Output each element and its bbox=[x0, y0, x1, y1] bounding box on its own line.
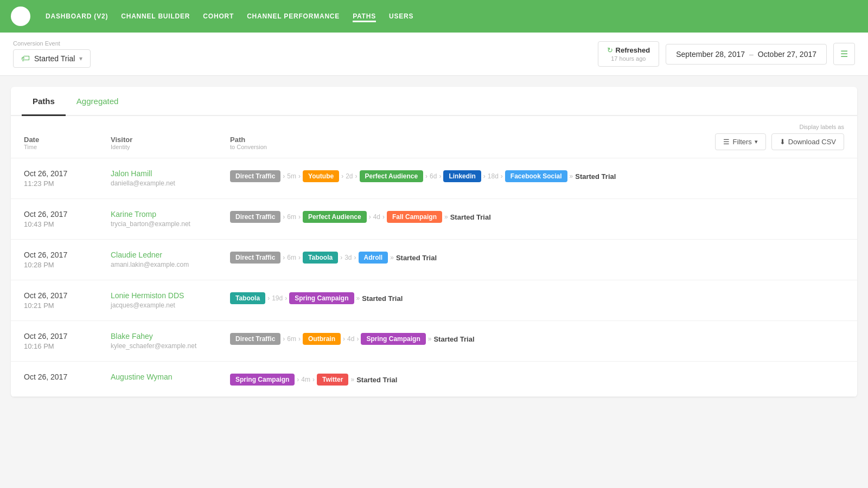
path-tag[interactable]: Taboola bbox=[303, 252, 338, 264]
path-tag[interactable]: Spring Campaign bbox=[289, 292, 354, 304]
date-main: Oct 26, 2017 bbox=[24, 251, 111, 259]
path-arrow: › bbox=[439, 172, 441, 180]
path-arrow: › bbox=[355, 172, 358, 180]
date-main: Oct 26, 2017 bbox=[24, 169, 111, 178]
nav-item-channel-builder[interactable]: CHANNEL BUILDER bbox=[121, 10, 190, 22]
path-time: 6m bbox=[287, 335, 296, 343]
visitor-name[interactable]: Lonie Hermiston DDS bbox=[111, 291, 230, 300]
path-label: Path bbox=[230, 136, 715, 144]
date-time: 10:28 PM bbox=[24, 261, 111, 269]
nav-item-users[interactable]: USERS bbox=[389, 10, 413, 22]
nav-item-paths[interactable]: PATHS bbox=[353, 10, 376, 22]
path-tag[interactable]: Youtube bbox=[303, 170, 339, 182]
visitor-name[interactable]: Jalon Hamill bbox=[111, 169, 230, 178]
path-time: 6d bbox=[430, 172, 437, 180]
download-csv-button[interactable]: ⬇ Download CSV bbox=[771, 133, 844, 150]
row-path: Direct Traffic›6m›Outbrain›4d›Spring Cam… bbox=[230, 332, 844, 345]
nav-item-cohort[interactable]: COHORT bbox=[203, 10, 234, 22]
visitor-email: jacques@example.net bbox=[111, 301, 230, 309]
date-range[interactable]: September 28, 2017 – October 27, 2017 bbox=[666, 44, 827, 65]
path-tag[interactable]: Direct Traffic bbox=[230, 333, 280, 345]
path-end: Started Trial bbox=[433, 335, 474, 343]
nav-menu: DASHBOARD (V2)CHANNEL BUILDERCOHORTCHANN… bbox=[46, 10, 413, 22]
filters-button[interactable]: ☰ Filters ▾ bbox=[715, 133, 765, 150]
path-tag[interactable]: Twitter bbox=[317, 374, 348, 386]
col-path-header: Path to Conversion bbox=[230, 136, 715, 150]
date-end: October 27, 2017 bbox=[758, 50, 816, 59]
row-path: Spring Campaign›4m›Twitter»Started Trial bbox=[230, 373, 844, 386]
path-arrow: › bbox=[267, 294, 270, 302]
toolbar-right: ↻ Refreshed 17 hours ago September 28, 2… bbox=[598, 41, 855, 67]
conversion-label: Conversion Event bbox=[13, 40, 91, 47]
path-time: 6m bbox=[287, 213, 296, 221]
visitor-label: Visitor bbox=[111, 136, 230, 144]
visitor-email: kylee_schaefer@example.net bbox=[111, 342, 230, 350]
refresh-button[interactable]: ↻ Refreshed 17 hours ago bbox=[598, 41, 660, 67]
path-arrow: › bbox=[340, 254, 342, 261]
path-tag[interactable]: Direct Traffic bbox=[230, 211, 280, 223]
path-arrow: › bbox=[283, 335, 285, 343]
path-double-arrow: » bbox=[356, 294, 360, 302]
date-main: Oct 26, 2017 bbox=[24, 373, 111, 381]
path-arrow: › bbox=[356, 335, 359, 343]
visitor-name[interactable]: Augustine Wyman bbox=[111, 373, 230, 381]
path-time: 4d bbox=[373, 213, 380, 221]
date-start: September 28, 2017 bbox=[676, 50, 745, 59]
date-sub: Time bbox=[24, 144, 111, 150]
path-tag[interactable]: Spring Campaign bbox=[361, 333, 425, 345]
path-tag[interactable]: Perfect Audience bbox=[360, 170, 424, 182]
path-time: 2d bbox=[346, 172, 353, 180]
row-date: Oct 26, 201710:21 PM bbox=[24, 291, 111, 310]
row-date: Oct 26, 201710:43 PM bbox=[24, 210, 111, 228]
download-label: Download CSV bbox=[788, 138, 836, 146]
path-time: 4d bbox=[347, 335, 354, 343]
row-date: Oct 26, 201711:23 PM bbox=[24, 169, 111, 188]
path-double-arrow: » bbox=[350, 376, 354, 383]
table-body: Oct 26, 201711:23 PMJalon Hamilldaniella… bbox=[11, 158, 857, 397]
path-arrow: › bbox=[425, 172, 427, 180]
path-arrow: › bbox=[297, 376, 299, 383]
view-options-button[interactable]: ☰ bbox=[833, 43, 855, 65]
visitor-email: trycia_barton@example.net bbox=[111, 220, 230, 228]
tab-paths[interactable]: Paths bbox=[22, 87, 66, 116]
table-header: Date Time Visitor Identity Path to Conve… bbox=[11, 116, 857, 158]
row-visitor: Lonie Hermiston DDSjacques@example.net bbox=[111, 291, 230, 309]
path-tag[interactable]: Fall Campaign bbox=[387, 211, 442, 223]
path-tag[interactable]: Adroll bbox=[359, 252, 388, 264]
tab-aggregated[interactable]: Aggregated bbox=[66, 87, 130, 115]
path-tag[interactable]: Spring Campaign bbox=[230, 374, 295, 386]
path-tag[interactable]: Outbrain bbox=[303, 333, 341, 345]
path-arrow: › bbox=[298, 213, 301, 221]
visitor-name[interactable]: Claudie Ledner bbox=[111, 251, 230, 259]
path-tag[interactable]: Direct Traffic bbox=[230, 170, 280, 182]
conversion-dropdown[interactable]: 🏷 Started Trial ▾ bbox=[13, 49, 91, 68]
path-arrow: › bbox=[298, 254, 301, 261]
path-arrow: › bbox=[298, 335, 301, 343]
filters-chevron-icon: ▾ bbox=[755, 138, 758, 145]
path-tag[interactable]: Linkedin bbox=[443, 170, 481, 182]
path-double-arrow: » bbox=[444, 213, 448, 221]
visitor-name[interactable]: Blake Fahey bbox=[111, 332, 230, 341]
nav-item-channel-performance[interactable]: CHANNEL PERFORMANCE bbox=[247, 10, 340, 22]
visitor-name[interactable]: Karine Tromp bbox=[111, 210, 230, 219]
path-arrow: › bbox=[354, 254, 356, 261]
path-tag[interactable]: Perfect Audience bbox=[303, 211, 367, 223]
date-label: Date bbox=[24, 136, 111, 144]
conversion-selector: Conversion Event 🏷 Started Trial ▾ bbox=[13, 40, 91, 68]
refresh-icon: ↻ bbox=[607, 46, 613, 54]
path-arrow: › bbox=[283, 213, 285, 221]
nav-item-dashboard[interactable]: DASHBOARD (V2) bbox=[46, 10, 108, 22]
path-sub: to Conversion bbox=[230, 144, 715, 150]
tabs: Paths Aggregated bbox=[11, 87, 857, 116]
path-tag[interactable]: Direct Traffic bbox=[230, 252, 280, 264]
logo[interactable] bbox=[11, 7, 30, 26]
visitor-email: amani.lakin@example.com bbox=[111, 261, 230, 268]
download-icon: ⬇ bbox=[780, 138, 786, 146]
path-tag[interactable]: Taboola bbox=[230, 292, 265, 304]
col-actions-header: Display labels as ☰ Filters ▾ ⬇ Download… bbox=[715, 124, 844, 150]
row-visitor: Claudie Ledneramani.lakin@example.com bbox=[111, 251, 230, 268]
table-row: Oct 26, 201711:23 PMJalon Hamilldaniella… bbox=[11, 158, 857, 199]
row-visitor: Blake Faheykylee_schaefer@example.net bbox=[111, 332, 230, 350]
path-tag[interactable]: Facebook Social bbox=[505, 170, 567, 182]
path-arrow: › bbox=[382, 213, 385, 221]
